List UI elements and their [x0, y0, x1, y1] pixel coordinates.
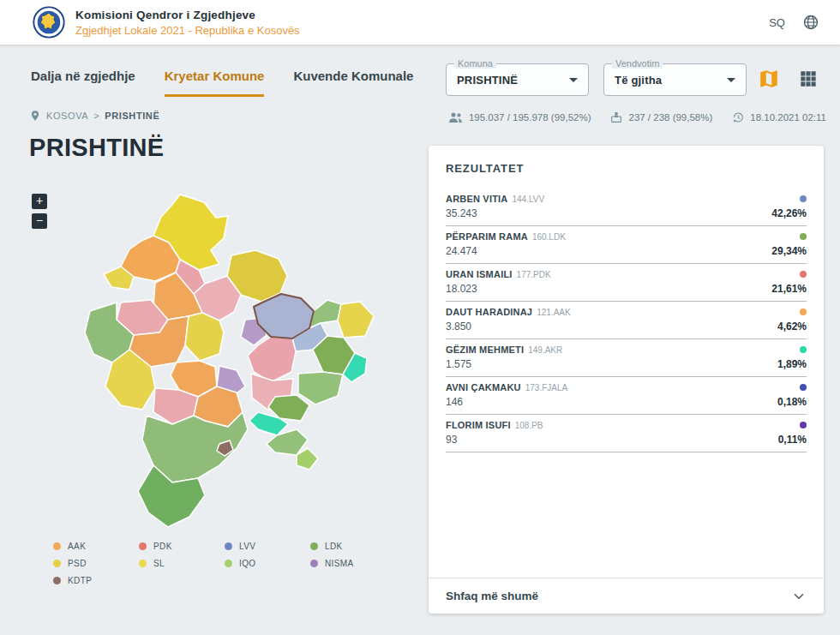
- candidate-percent: 4,62%: [777, 320, 807, 332]
- candidate-percent: 42,26%: [771, 207, 807, 219]
- candidate-votes: 18.023: [446, 283, 477, 295]
- candidate-votes: 1.575: [446, 358, 471, 370]
- tab-kryetar-komune[interactable]: Kryetar Komune: [165, 69, 265, 97]
- party-color-dot: [139, 542, 147, 550]
- candidate-code: 173.FJALA: [525, 383, 567, 392]
- language-code[interactable]: SQ: [769, 16, 785, 29]
- candidate-name: DAUT HARADINAJ: [446, 307, 532, 317]
- candidate-code: 160.LDK: [532, 232, 566, 242]
- legend-item: KDTP: [53, 576, 139, 585]
- voters-icon: [448, 110, 464, 125]
- candidate-votes: 24.474: [446, 245, 477, 257]
- candidate-row: GËZIM MEHMETI149.AKR 1.5751,89%: [446, 339, 807, 377]
- party-color-dot: [225, 542, 232, 550]
- voters-value: 195.037 / 195.978 (99,52%): [469, 112, 591, 123]
- candidate-row: URAN ISMAILI177.PDK 18.02321,61%: [446, 264, 807, 302]
- legend-item: PDK: [139, 542, 225, 551]
- candidate-percent: 21,61%: [771, 283, 807, 295]
- vendvotim-select-value: Të gjitha: [615, 74, 662, 87]
- breadcrumb: KOSOVA > PRISHTINË: [29, 110, 159, 122]
- results-card: REZULTATET ARBEN VITIA144.LVV 35.24342,2…: [429, 146, 824, 614]
- zoom-out-button[interactable]: −: [32, 213, 47, 229]
- candidate-row: DAUT HARADINAJ121.AAK 3.8504,62%: [446, 302, 807, 339]
- party-color-dot: [800, 271, 807, 278]
- candidate-percent: 0,18%: [777, 396, 807, 408]
- legend-item: LVV: [225, 542, 310, 551]
- voters-stat: 195.037 / 195.978 (99,52%): [448, 110, 591, 125]
- party-color-dot: [53, 560, 61, 567]
- party-color-dot: [53, 577, 61, 584]
- candidate-code: 121.AAK: [537, 308, 570, 317]
- candidate-percent: 0,11%: [778, 434, 807, 446]
- komuna-select-label: Komuna: [454, 58, 496, 69]
- candidate-name: GËZIM MEHMETI: [446, 344, 524, 355]
- globe-icon[interactable]: [802, 14, 819, 31]
- vendvotim-select[interactable]: Vendvotim Të gjitha: [603, 63, 747, 96]
- legend-item: IQO: [225, 559, 310, 568]
- chevron-down-icon: [569, 78, 578, 82]
- polling-stations-stat: 237 / 238 (99,58%): [609, 111, 712, 124]
- results-title: REZULTATET: [429, 146, 824, 182]
- location-pin-icon: [29, 110, 41, 122]
- vendvotim-select-label: Vendvotim: [612, 58, 663, 69]
- chevron-down-icon: [727, 78, 735, 82]
- tab-kuvende-komunale[interactable]: Kuvende Komunale: [293, 69, 413, 97]
- polling-stations-value: 237 / 238 (99,58%): [628, 112, 712, 123]
- candidate-row: PËRPARIM RAMA160.LDK 24.47429,34%: [446, 226, 807, 264]
- page-title: PRISHTINË: [29, 134, 164, 162]
- kqz-logo: [33, 6, 65, 39]
- main-tabs: Dalja në zgjedhje Kryetar Komune Kuvende…: [31, 69, 442, 97]
- candidate-votes: 146: [446, 396, 463, 408]
- legend-item: SL: [139, 559, 225, 568]
- candidate-name: AVNI ÇAKMAKU: [446, 382, 521, 392]
- breadcrumb-root[interactable]: KOSOVA: [46, 111, 88, 121]
- komuna-select[interactable]: Komuna PRISHTINË: [446, 63, 589, 96]
- table-view-button[interactable]: [797, 68, 819, 90]
- chevron-down-icon: [791, 589, 807, 604]
- legend-item: LDK: [310, 542, 396, 551]
- party-color-dot: [310, 560, 318, 567]
- candidate-votes: 93: [446, 434, 457, 446]
- party-legend: AAK PDK LVV LDK PSD SL IQO NISMA KDTP: [53, 542, 396, 585]
- kosovo-municipalities-map[interactable]: [51, 190, 394, 533]
- candidate-percent: 1,89%: [777, 358, 807, 370]
- candidate-name: ARBEN VITIA: [446, 194, 507, 204]
- candidate-name: PËRPARIM RAMA: [446, 231, 528, 242]
- tab-dalja-ne-zgjedhje[interactable]: Dalja në zgjedhje: [31, 69, 135, 97]
- legend-item: PSD: [53, 559, 139, 568]
- app-header: Komisioni Qendror i Zgjedhjeve Zgjedhjet…: [0, 0, 840, 45]
- candidate-code: 149.AKR: [528, 345, 562, 355]
- app-subtitle: Zgjedhjet Lokale 2021 - Republika e Koso…: [75, 24, 300, 37]
- party-color-dot: [800, 384, 807, 391]
- header-titles: Komisioni Qendror i Zgjedhjeve Zgjedhjet…: [75, 9, 300, 37]
- party-color-dot: [53, 542, 61, 550]
- candidate-row: AVNI ÇAKMAKU173.FJALA 1460,18%: [446, 377, 807, 415]
- komuna-select-value: PRISHTINË: [457, 74, 518, 87]
- candidate-code: 144.LVV: [512, 195, 544, 204]
- party-color-dot: [800, 309, 807, 315]
- party-color-dot: [800, 195, 807, 202]
- zoom-in-button[interactable]: +: [32, 194, 47, 209]
- show-more-button[interactable]: Shfaq më shumë: [429, 578, 824, 614]
- show-more-label: Shfaq më shumë: [446, 590, 538, 602]
- party-color-dot: [225, 560, 232, 567]
- stats-bar: 195.037 / 195.978 (99,52%) 237 / 238 (99…: [448, 110, 826, 125]
- breadcrumb-current: PRISHTINË: [105, 111, 159, 121]
- results-list: ARBEN VITIA144.LVV 35.24342,26% PËRPARIM…: [429, 182, 824, 452]
- party-color-dot: [139, 560, 147, 567]
- party-color-dot: [800, 346, 807, 353]
- candidate-code: 177.PDK: [517, 270, 551, 279]
- candidate-name: FLORIM ISUFI: [446, 420, 511, 430]
- party-color-dot: [800, 233, 807, 240]
- candidate-row: FLORIM ISUFI108.PB 930,11%: [446, 415, 807, 452]
- candidate-votes: 3.850: [446, 320, 471, 332]
- app-title: Komisioni Qendror i Zgjedhjeve: [75, 9, 300, 21]
- party-color-dot: [800, 422, 807, 428]
- map-view-button[interactable]: [758, 68, 780, 90]
- legend-item: NISMA: [310, 559, 396, 568]
- ballot-box-icon: [609, 111, 623, 124]
- candidate-votes: 35.243: [446, 207, 477, 219]
- candidate-percent: 29,34%: [771, 245, 807, 257]
- legend-item: AAK: [53, 542, 139, 551]
- party-color-dot: [310, 542, 318, 550]
